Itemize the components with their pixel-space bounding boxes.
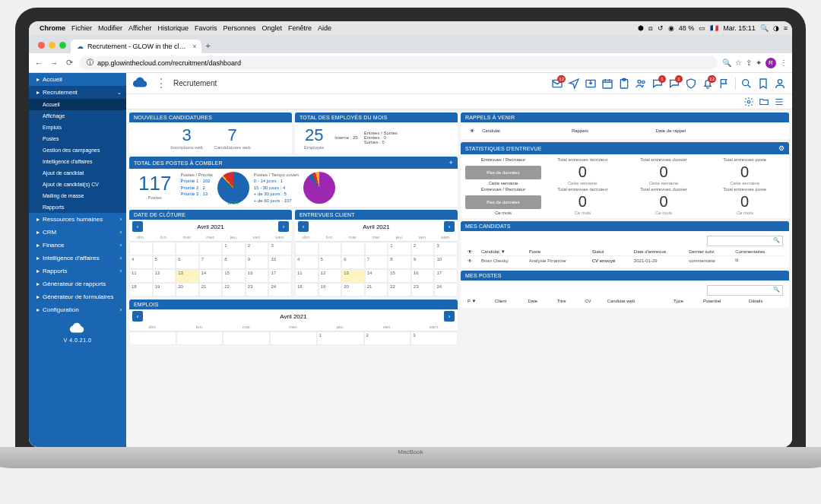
vertical-menu-icon[interactable]: ⋮ xyxy=(155,76,167,90)
profile-avatar[interactable]: R xyxy=(766,58,776,68)
sidebar-item-finance[interactable]: ▸ Finance› xyxy=(29,239,126,252)
calendar-cell[interactable] xyxy=(129,242,153,255)
calendar-cell[interactable]: 4 xyxy=(295,255,319,269)
calendar-cell[interactable]: 12 xyxy=(319,269,342,283)
col-header[interactable]: Potentiel xyxy=(701,297,747,305)
calendar-prev-button[interactable]: ‹ xyxy=(132,221,143,232)
calendar-cell[interactable] xyxy=(270,331,317,345)
gear-icon[interactable] xyxy=(743,97,754,107)
gear-icon[interactable]: ⚙ xyxy=(778,144,785,152)
calendar-next-button[interactable]: › xyxy=(444,311,455,322)
back-button[interactable]: ← xyxy=(33,59,44,68)
calendar-cell[interactable]: 1 xyxy=(222,242,246,255)
chat-icon[interactable]: 1 xyxy=(668,78,680,90)
calendar-next-button[interactable]: › xyxy=(444,221,455,232)
calendar-prev-button[interactable]: ‹ xyxy=(298,221,309,232)
bell-icon[interactable]: 12 xyxy=(702,78,714,90)
calendar-next-button[interactable]: › xyxy=(278,221,289,232)
sidebar-subitem-ajout-candidat[interactable]: Ajout de candidat xyxy=(29,167,126,179)
col-header[interactable]: Dernier suivi xyxy=(686,248,733,256)
sidebar-item-accueil[interactable]: ▸ Accueil xyxy=(29,73,126,86)
calendar-cell[interactable]: 3 xyxy=(268,242,292,255)
calendar-cell[interactable]: 1 xyxy=(317,331,364,345)
col-header[interactable]: Rappels xyxy=(569,127,651,135)
calendar-cell[interactable]: 5 xyxy=(319,255,342,269)
col-eye[interactable]: 👁 xyxy=(465,248,479,256)
sidebar-subitem-affichage[interactable]: Affichage xyxy=(29,110,126,122)
shield-icon[interactable] xyxy=(685,78,697,90)
calendar-cell[interactable] xyxy=(365,242,388,255)
sidebar-subitem-bi[interactable]: Intelligence d'affaires xyxy=(29,156,126,167)
bookmark-flag-icon[interactable] xyxy=(757,78,769,90)
clipboard-icon[interactable] xyxy=(618,78,630,90)
calendar-cell[interactable]: 2 xyxy=(411,242,435,255)
calendar-cell[interactable]: 7 xyxy=(365,255,388,269)
col-header[interactable]: Type xyxy=(671,297,701,305)
control-center-icon[interactable]: ◑ xyxy=(773,24,779,32)
search-input[interactable] xyxy=(707,285,783,296)
sidebar-item-recrutement[interactable]: ▸ Recrutement⌄ xyxy=(29,86,126,99)
search-icon[interactable] xyxy=(740,78,753,90)
sidebar-item-gen-form[interactable]: ▸ Générateur de formulaires xyxy=(29,290,126,303)
col-header[interactable]: Candidat xyxy=(479,127,567,135)
calendar-cell[interactable] xyxy=(223,331,270,345)
flag-icon[interactable] xyxy=(718,78,731,90)
col-header[interactable]: Commentaires xyxy=(733,248,785,256)
calendar-cell[interactable]: 18 xyxy=(129,283,153,296)
calendar-cell[interactable] xyxy=(129,331,176,345)
sidebar-item-rapports2[interactable]: ▸ Rapports› xyxy=(29,265,126,277)
browser-tab[interactable]: ☁ Recrutement - GLOW in the cl… × xyxy=(71,40,201,53)
calendar-cell[interactable] xyxy=(199,242,223,255)
calendar-cell[interactable]: 1 xyxy=(388,242,411,255)
status-icon[interactable]: ⬢ xyxy=(638,24,644,32)
forward-button[interactable]: → xyxy=(49,59,59,68)
calendar-cell[interactable]: 24 xyxy=(268,283,292,296)
calendar-cell[interactable]: 3 xyxy=(410,331,458,345)
sidebar-subitem-campagnes[interactable]: Gestion des campagnes xyxy=(29,144,126,156)
menu-item[interactable]: Modifier xyxy=(98,24,122,32)
col-header[interactable]: P ▼ xyxy=(465,297,493,305)
menu-app-name[interactable]: Chrome xyxy=(40,24,65,32)
sidebar-item-crm[interactable]: ▸ CRM› xyxy=(29,226,126,239)
search-icon[interactable]: 🔍 xyxy=(760,24,769,32)
window-close-button[interactable] xyxy=(38,42,45,49)
calendar-cell[interactable]: 17 xyxy=(268,269,292,283)
star-icon[interactable]: ☆ xyxy=(735,59,742,67)
sync-icon[interactable]: ↺ xyxy=(658,24,664,32)
menu-item[interactable]: Onglet xyxy=(262,24,282,32)
search-input[interactable] xyxy=(707,236,783,246)
calendar-cell[interactable]: 20 xyxy=(176,283,199,296)
sidebar-item-config[interactable]: ▸ Configuration› xyxy=(29,303,126,316)
site-info-icon[interactable]: ⓘ xyxy=(87,58,94,68)
menu-item[interactable]: Historique xyxy=(157,24,189,32)
calendar-cell[interactable]: 14 xyxy=(365,269,388,283)
calendar-cell[interactable]: 6 xyxy=(176,255,199,269)
calendar-cell[interactable]: 16 xyxy=(246,269,269,283)
clock[interactable]: Mar. 15:11 xyxy=(723,24,756,32)
calendar-cell[interactable]: 17 xyxy=(434,269,458,283)
reload-button[interactable]: ⟳ xyxy=(64,58,74,68)
menu-item[interactable]: Favoris xyxy=(195,24,217,32)
mail-icon[interactable]: 12 xyxy=(551,78,563,90)
folder-icon[interactable] xyxy=(759,97,769,107)
calendar-cell[interactable]: 11 xyxy=(295,269,319,283)
col-header[interactable]: CV xyxy=(582,297,604,305)
col-header[interactable]: Client xyxy=(493,297,526,305)
calendar-cell[interactable]: 13 xyxy=(176,269,199,283)
calendar-cell[interactable]: 8 xyxy=(388,255,411,269)
menu-item[interactable]: Fichier xyxy=(71,24,92,32)
col-header[interactable]: Détails xyxy=(747,297,785,305)
sidebar-subitem-emplois[interactable]: Emplois xyxy=(29,122,126,133)
calendar-cell[interactable]: 16 xyxy=(411,269,435,283)
users-icon[interactable] xyxy=(635,78,647,90)
wifi-icon[interactable]: ◉ xyxy=(668,24,674,32)
calendar-cell[interactable]: 3 xyxy=(434,242,458,255)
calendar-cell[interactable] xyxy=(295,242,319,255)
sidebar-subitem-accueil[interactable]: Accueil xyxy=(29,99,126,110)
col-header[interactable]: Date xyxy=(526,297,555,305)
col-header[interactable]: Date d'entrevue xyxy=(632,248,686,256)
calendar-cell[interactable]: 9 xyxy=(246,255,269,269)
calendar-cell[interactable]: 12 xyxy=(153,269,176,283)
new-tab-button[interactable]: + xyxy=(201,38,215,53)
col-header[interactable]: Poste xyxy=(527,248,590,256)
